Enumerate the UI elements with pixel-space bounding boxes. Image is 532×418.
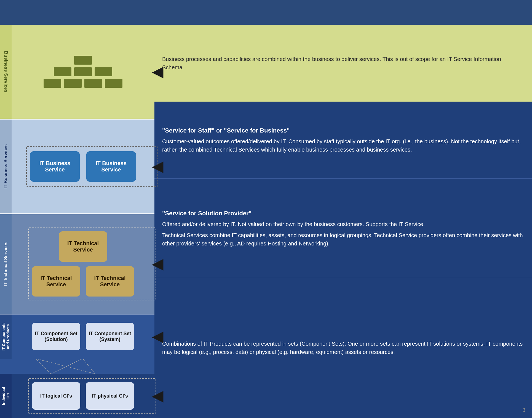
individual-cis-row: IndividualCI's IT logical CI's IT physic…: [0, 374, 154, 418]
individual-cis-label: IndividualCI's: [0, 374, 12, 418]
right-it-components-text: Combinations of IT Products can be repre…: [162, 340, 524, 356]
ci-boxes: IT logical CI's IT physical CI's: [32, 382, 134, 410]
it-business-description: Customer-valued outcomes offered/deliver…: [162, 138, 521, 153]
it-business-boxes: IT Business Service IT Business Service: [30, 151, 136, 182]
org-box: [74, 67, 92, 76]
it-technical-services-row: IT Technical Services IT Technical Servi…: [0, 214, 154, 314]
org-box: [54, 67, 71, 76]
right-it-technical: "Service for Solution Provider" Offered …: [154, 178, 532, 278]
right-it-business-text: "Service for Staff" or "Service for Busi…: [162, 126, 524, 154]
components-ci-column: IT Componentsand Products IT Component S…: [0, 314, 154, 418]
it-business-label: IT Business Services: [0, 120, 12, 213]
right-it-components: Combinations of IT Products can be repre…: [154, 278, 532, 418]
business-services-label: Business Services: [0, 25, 12, 119]
right-it-technical-text: "Service for Solution Provider" Offered …: [162, 209, 524, 248]
right-business-text: Business processes and capabilities are …: [162, 55, 524, 72]
it-technical-content: IT Technical Service IT Technical Servic…: [12, 214, 154, 314]
business-description: Business processes and capabilities are …: [162, 56, 501, 70]
individual-cis-content: IT logical CI's IT physical CI's ◀: [12, 374, 154, 418]
page-number: 3: [522, 406, 525, 414]
it-technical-title: "Service for Solution Provider": [162, 209, 524, 218]
org-box: [44, 79, 61, 88]
it-technical-description1: Offered and/or delivered by IT. Not valu…: [162, 220, 524, 228]
it-business-arrow: ◀: [152, 158, 163, 174]
it-business-title: "Service for Staff" or "Service for Busi…: [162, 126, 524, 135]
ci-logical: IT logical CI's: [32, 382, 80, 410]
business-arrow: ◀: [152, 64, 163, 80]
svg-line-3: [83, 359, 95, 374]
it-business-services-row: IT Business Services IT Business Service…: [0, 120, 154, 213]
org-box: [84, 79, 102, 88]
business-services-row: Business Services: [0, 25, 154, 119]
it-technical-arrow: ◀: [152, 256, 163, 272]
svg-line-0: [36, 359, 51, 374]
org-box: [64, 79, 82, 88]
individual-cis-arrow: ◀: [152, 388, 163, 404]
right-business: Business processes and capabilities are …: [154, 25, 532, 102]
it-business-box-1: IT Business Service: [30, 151, 80, 182]
it-business-box-2: IT Business Service: [86, 151, 136, 182]
it-technical-label: IT Technical Services: [0, 214, 12, 314]
component-set-solution: IT Component Set (Solution): [32, 323, 80, 350]
cross-lines-svg: [15, 359, 131, 374]
it-technical-description2: Technical Services combine IT capabiliti…: [162, 231, 524, 248]
left-column: Business Services: [0, 25, 154, 418]
org-box: [105, 79, 122, 88]
it-components-content: IT Component Set (Solution) IT Component…: [12, 314, 154, 359]
svg-line-1: [36, 359, 95, 374]
it-technical-box-2: IT Technical Service: [32, 266, 80, 297]
org-box: [95, 67, 112, 76]
it-business-content: IT Business Service IT Business Service …: [12, 120, 154, 213]
right-it-business: "Service for Staff" or "Service for Busi…: [154, 102, 532, 178]
it-components-description: Combinations of IT Products can be repre…: [162, 341, 523, 355]
it-technical-box-3: IT Technical Service: [86, 266, 134, 297]
it-components-label: IT Componentsand Products: [0, 314, 12, 359]
org-box-top: [74, 56, 92, 65]
it-technical-box-1: IT Technical Service: [59, 231, 107, 262]
it-components-arrow: ◀: [152, 329, 163, 345]
component-set-boxes: IT Component Set (Solution) IT Component…: [32, 323, 134, 350]
cross-lines: [0, 359, 154, 374]
right-column: Business processes and capabilities are …: [154, 25, 532, 418]
component-set-system: IT Component Set (System): [86, 323, 134, 350]
top-bar: [0, 0, 532, 25]
svg-line-2: [51, 359, 83, 374]
org-chart: [17, 56, 149, 88]
it-technical-boxes: IT Technical Service IT Technical Servic…: [32, 231, 134, 297]
business-services-content: ◀: [12, 25, 154, 119]
ci-physical: IT physical CI's: [86, 382, 134, 410]
it-components-row: IT Componentsand Products IT Component S…: [0, 314, 154, 359]
